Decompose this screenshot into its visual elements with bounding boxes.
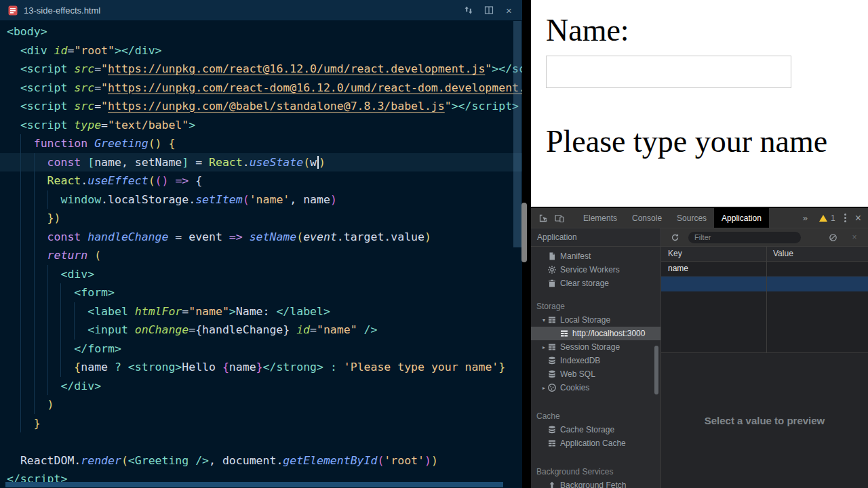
value-column-header[interactable]: Value bbox=[766, 247, 868, 261]
kebab-menu-icon[interactable] bbox=[844, 214, 846, 222]
sidebar-item-clear-storage[interactable]: Clear storage bbox=[531, 277, 660, 290]
code-line[interactable]: <body> bbox=[0, 22, 522, 41]
section-header-storage: Storage bbox=[531, 300, 660, 313]
code-line[interactable]: <script src="https://unpkg.com/react-dom… bbox=[0, 79, 522, 98]
indent-guide bbox=[60, 283, 61, 302]
code-editor: 13-side-effects.html × <body> <div id="r… bbox=[0, 0, 522, 488]
tab-application[interactable]: Application bbox=[714, 208, 769, 228]
sidebar-item-cache-storage[interactable]: Cache Storage bbox=[531, 423, 660, 436]
indent-guide bbox=[34, 246, 35, 265]
sidebar-item-label: Application Cache bbox=[560, 439, 626, 448]
table-row-selected[interactable] bbox=[661, 277, 868, 291]
code-line[interactable]: <form> bbox=[0, 283, 522, 302]
overlay-scrollbar-thumb[interactable] bbox=[521, 203, 527, 262]
editor-horizontal-scrollbar[interactable] bbox=[5, 482, 503, 487]
sidebar-item-background-fetch[interactable]: Background Fetch bbox=[531, 479, 660, 488]
tab-console[interactable]: Console bbox=[625, 208, 669, 228]
indent-guide bbox=[20, 246, 21, 265]
prompt-message: Please type your name bbox=[546, 123, 827, 159]
chevron-right-icon[interactable]: ▸ bbox=[540, 344, 547, 350]
indent-guide bbox=[47, 265, 48, 284]
tab-elements[interactable]: Elements bbox=[576, 208, 625, 228]
indent-guide bbox=[60, 302, 61, 321]
database-icon bbox=[547, 357, 556, 365]
indent-guide bbox=[34, 395, 35, 414]
sidebar-item-label: Web SQL bbox=[560, 369, 595, 379]
sidebar-item-local-storage[interactable]: ▾Local Storage bbox=[531, 313, 660, 327]
indent-guide bbox=[47, 302, 48, 321]
tab-sources[interactable]: Sources bbox=[669, 208, 714, 228]
sidebar-item-web-sql[interactable]: Web SQL bbox=[531, 367, 660, 381]
code-line[interactable]: ) bbox=[0, 395, 522, 414]
code-line[interactable]: </form> bbox=[0, 340, 522, 359]
code-line[interactable]: <label htmlFor="name">Name: </label> bbox=[0, 302, 522, 321]
indent-guide bbox=[20, 340, 21, 359]
indent-guide bbox=[34, 153, 35, 172]
sidebar-item-service-workers[interactable]: Service Workers bbox=[531, 263, 660, 277]
table-header: Key Value bbox=[661, 247, 868, 262]
code-line-current[interactable]: const [name, setName] = React.useState(w… bbox=[0, 153, 522, 172]
more-tabs-icon[interactable]: » bbox=[803, 213, 808, 223]
key-column-header[interactable]: Key bbox=[661, 247, 766, 261]
code-line[interactable]: }) bbox=[0, 209, 522, 228]
sidebar-scrollbar-thumb[interactable] bbox=[654, 346, 658, 394]
delete-selected-icon[interactable]: × bbox=[848, 231, 861, 243]
code-line[interactable]: </div> bbox=[0, 377, 522, 396]
code-line[interactable]: <div> bbox=[0, 265, 522, 284]
swap-arrows-icon[interactable] bbox=[463, 5, 473, 16]
refresh-icon[interactable] bbox=[669, 231, 681, 243]
indent-guide bbox=[74, 302, 75, 321]
indent-guide bbox=[34, 265, 35, 284]
sidebar-item-indexeddb[interactable]: IndexedDB bbox=[531, 354, 660, 367]
sidebar-item-label: Background Fetch bbox=[560, 481, 626, 488]
name-input[interactable] bbox=[546, 56, 791, 88]
filter-input[interactable] bbox=[688, 232, 801, 243]
code-line[interactable]: <script type="text/babel"> bbox=[0, 116, 522, 135]
chevron-right-icon[interactable]: ▸ bbox=[540, 385, 547, 391]
sidebar-item-label: Service Workers bbox=[560, 265, 620, 274]
indent-guide bbox=[34, 358, 35, 377]
code-line[interactable]: const handleChange = event => setName(ev… bbox=[0, 228, 522, 247]
code-line[interactable]: ReactDOM.render(<Greeting />, document.g… bbox=[0, 451, 522, 470]
sidebar-item-label: Session Storage bbox=[560, 342, 620, 352]
sidebar-item-label: Local Storage bbox=[560, 315, 610, 325]
code-line[interactable]: return ( bbox=[0, 246, 522, 265]
code-line[interactable]: {name ? <strong>Hello {name}</strong> : … bbox=[0, 358, 522, 377]
indent-guide bbox=[60, 321, 61, 340]
sidebar-item-http-localhost-3000[interactable]: http://localhost:3000 bbox=[531, 327, 660, 340]
code-line[interactable]: <script src="https://unpkg.com/@babel/st… bbox=[0, 97, 522, 116]
section-header-cache: Cache bbox=[531, 409, 660, 423]
grid-table-icon bbox=[547, 343, 556, 352]
inspect-icon[interactable] bbox=[537, 212, 549, 224]
editor-vertical-scrollbar[interactable] bbox=[513, 21, 521, 247]
code-line[interactable]: function Greeting() { bbox=[0, 134, 522, 153]
sidebar-item-manifest[interactable]: Manifest bbox=[531, 249, 660, 263]
indent-guide bbox=[20, 153, 21, 172]
code-area[interactable]: <body> <div id="root"></div> <script src… bbox=[0, 20, 522, 488]
indent-guide bbox=[34, 340, 35, 359]
indent-guide bbox=[47, 358, 48, 377]
column-divider[interactable] bbox=[766, 247, 767, 352]
code-line[interactable]: window.localStorage.setItem('name', name… bbox=[0, 190, 522, 209]
code-line[interactable]: <script src="https://unpkg.com/react@16.… bbox=[0, 60, 522, 79]
code-line[interactable]: } bbox=[0, 414, 522, 433]
sidebar-item-application-cache[interactable]: Application Cache bbox=[531, 436, 660, 450]
storage-toolbar: × bbox=[661, 228, 868, 247]
code-line[interactable]: <input onChange={handleChange} id="name"… bbox=[0, 321, 522, 340]
split-editor-icon[interactable] bbox=[484, 5, 494, 16]
code-line[interactable]: <div id="root"></div> bbox=[0, 41, 522, 60]
chevron-down-icon[interactable]: ▾ bbox=[540, 317, 547, 323]
devtools-panel: ElementsConsoleSourcesApplication » 1 × … bbox=[531, 207, 868, 488]
code-line[interactable] bbox=[0, 432, 522, 451]
sidebar-item-cookies[interactable]: ▸Cookies bbox=[531, 381, 660, 394]
device-toolbar-icon[interactable] bbox=[553, 212, 566, 224]
table-row[interactable]: name bbox=[661, 262, 868, 277]
sidebar-item-session-storage[interactable]: ▸Session Storage bbox=[531, 340, 660, 354]
devtools-close-icon[interactable]: × bbox=[855, 214, 861, 223]
code-line[interactable]: React.useEffect(() => { bbox=[0, 171, 522, 190]
warning-badge[interactable]: 1 bbox=[819, 214, 835, 223]
indent-guide bbox=[74, 321, 75, 340]
indent-guide bbox=[34, 321, 35, 340]
close-editor-icon[interactable]: × bbox=[504, 5, 514, 16]
clear-all-icon[interactable] bbox=[827, 231, 839, 243]
